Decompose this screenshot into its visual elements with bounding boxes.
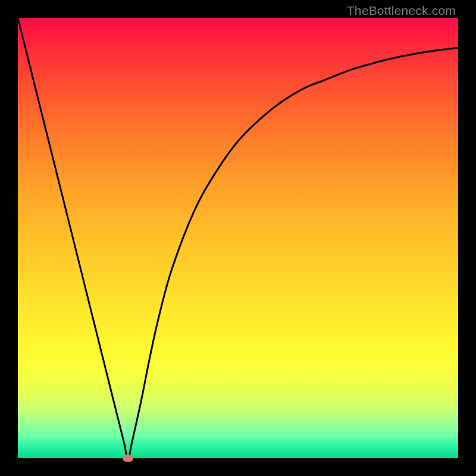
curve-svg	[18, 18, 458, 458]
optimum-marker	[123, 455, 133, 462]
plot-area	[18, 18, 458, 458]
bottleneck-curve	[18, 18, 458, 458]
watermark-text: TheBottleneck.com	[347, 4, 456, 18]
chart-frame: TheBottleneck.com	[0, 0, 476, 476]
